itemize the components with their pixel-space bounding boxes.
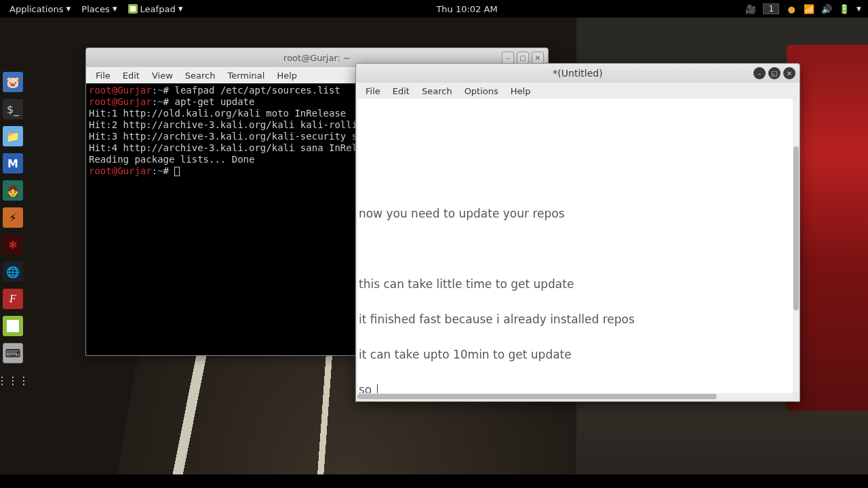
dock: 🐷 $_ 📁 M 👧 ⚡ ✱ 🌐 F ⌨ ⋮⋮⋮ xyxy=(3,72,27,390)
maximize-button[interactable]: ▢ xyxy=(517,52,529,64)
leafpad-menubar: File Edit Search Options Help xyxy=(356,83,800,99)
active-app-label: Leafpad xyxy=(140,4,176,14)
menu-search[interactable]: Search xyxy=(180,69,221,82)
leafpad-title: *(Untitled) xyxy=(553,68,602,79)
bottom-letterbox xyxy=(0,474,868,488)
terminal-title: root@Gurjar: ~ xyxy=(283,53,351,63)
system-tray: 🎥 1 ● 📶 🔊 🔋 ▼ xyxy=(745,3,864,14)
minimize-button[interactable]: – xyxy=(502,52,514,64)
network-icon[interactable]: 📶 xyxy=(804,3,814,14)
zenmap-icon[interactable]: 🌐 xyxy=(3,262,23,282)
leafpad-icon xyxy=(128,4,138,14)
clock[interactable]: Thu 10:02 AM xyxy=(429,4,504,14)
applications-menu[interactable]: Applications ▼ xyxy=(4,4,76,14)
top-panel: Applications ▼ Places ▼ Leafpad ▼ Thu 10… xyxy=(0,0,868,18)
files-icon[interactable]: 📁 xyxy=(3,126,23,146)
places-menu[interactable]: Places ▼ xyxy=(76,4,122,14)
maltego-icon[interactable]: ✱ xyxy=(3,235,23,255)
chevron-down-icon: ▼ xyxy=(178,5,183,12)
chevron-down-icon: ▼ xyxy=(113,5,117,12)
maximize-button[interactable]: ◱ xyxy=(768,67,781,79)
faraday-icon[interactable]: F xyxy=(3,289,23,309)
recording-icon[interactable]: 🎥 xyxy=(745,3,756,14)
menu-search[interactable]: Search xyxy=(416,85,458,98)
burp-icon[interactable]: ⚡ xyxy=(3,207,23,228)
leafpad-titlebar[interactable]: *(Untitled) – ◱ ✕ xyxy=(356,64,800,83)
leafpad-text-area[interactable]: now you need to update your repos this c… xyxy=(357,99,793,400)
menu-edit[interactable]: Edit xyxy=(387,85,415,98)
menu-file[interactable]: File xyxy=(90,69,116,82)
battery-icon[interactable]: 🔋 xyxy=(839,3,850,14)
volume-icon[interactable]: 🔊 xyxy=(821,3,832,14)
metasploit-icon[interactable]: M xyxy=(3,153,23,174)
chevron-down-icon[interactable]: ▼ xyxy=(856,5,861,12)
scrollbar-vertical[interactable] xyxy=(793,99,800,392)
places-label: Places xyxy=(81,4,109,14)
menu-terminal[interactable]: Terminal xyxy=(222,69,270,82)
chevron-down-icon: ▼ xyxy=(66,5,71,12)
menu-view[interactable]: View xyxy=(146,69,178,82)
active-app-menu[interactable]: Leafpad ▼ xyxy=(123,4,189,14)
applications-label: Applications xyxy=(9,4,63,14)
apps-grid-icon[interactable]: ⋮⋮⋮ xyxy=(3,370,23,390)
leafpad-icon[interactable] xyxy=(3,316,23,336)
minimize-button[interactable]: – xyxy=(753,67,766,79)
close-button[interactable]: ✕ xyxy=(532,52,544,64)
menu-help[interactable]: Help xyxy=(271,69,302,82)
menu-help[interactable]: Help xyxy=(505,85,536,98)
scrollbar-thumb[interactable] xyxy=(793,146,799,310)
scrollbar-horizontal[interactable] xyxy=(357,393,793,400)
keyboard-icon[interactable]: ⌨ xyxy=(3,343,23,363)
update-icon[interactable]: ● xyxy=(786,3,797,14)
terminal-icon[interactable]: $_ xyxy=(3,99,23,119)
terminal-cursor xyxy=(174,167,180,176)
menu-options[interactable]: Options xyxy=(459,85,504,98)
scrollbar-thumb[interactable] xyxy=(357,394,717,399)
menu-edit[interactable]: Edit xyxy=(117,69,145,82)
close-button[interactable]: ✕ xyxy=(783,67,795,79)
armitage-icon[interactable]: 👧 xyxy=(3,180,23,201)
pig-icon[interactable]: 🐷 xyxy=(3,72,23,92)
desktop: 🐷 $_ 📁 M 👧 ⚡ ✱ 🌐 F ⌨ ⋮⋮⋮ root@Gurjar: ~ … xyxy=(0,18,868,488)
workspace-indicator[interactable]: 1 xyxy=(763,3,779,14)
menu-file[interactable]: File xyxy=(360,85,386,98)
leafpad-window[interactable]: *(Untitled) – ◱ ✕ File Edit Search Optio… xyxy=(355,63,800,402)
